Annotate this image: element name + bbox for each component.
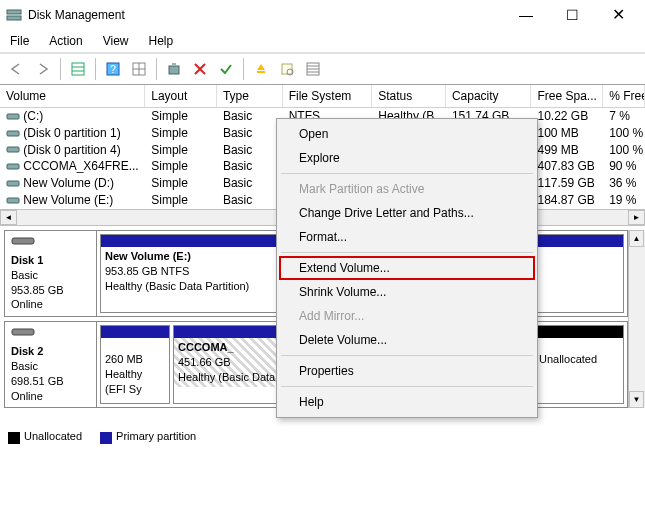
legend: Unallocated Primary partition	[0, 424, 645, 447]
svg-rect-11	[257, 71, 265, 73]
svg-rect-19	[7, 131, 19, 136]
svg-rect-25	[12, 329, 34, 335]
volume-icon	[6, 143, 20, 157]
svg-text:?: ?	[110, 64, 116, 75]
toolbar: ?	[0, 53, 645, 85]
minimize-button[interactable]: —	[503, 0, 549, 30]
legend-unallocated: Unallocated	[8, 430, 82, 443]
disk-1-label: Disk 1 Basic 953.85 GB Online	[5, 231, 97, 316]
table-view-icon[interactable]	[67, 58, 89, 80]
svg-rect-2	[72, 63, 84, 75]
partition-size: 260 MB	[105, 353, 143, 365]
menu-action[interactable]: Action	[47, 32, 84, 50]
disk-1-type: Basic	[11, 268, 90, 283]
menu-mark-active: Mark Partition as Active	[279, 177, 535, 201]
disk-2-unallocated[interactable]: Unallocated	[534, 325, 624, 404]
menu-extend-volume[interactable]: Extend Volume...	[279, 256, 535, 280]
menu-add-mirror: Add Mirror...	[279, 304, 535, 328]
partition-title: New Volume (E:)	[105, 250, 191, 262]
svg-rect-18	[7, 114, 19, 119]
legend-primary: Primary partition	[100, 430, 196, 443]
disk-icon	[11, 235, 90, 251]
col-volume[interactable]: Volume	[0, 85, 145, 107]
back-button[interactable]	[6, 58, 28, 80]
menu-file[interactable]: File	[8, 32, 31, 50]
svg-rect-24	[12, 238, 34, 244]
menu-shrink-volume[interactable]: Shrink Volume...	[279, 280, 535, 304]
partition-health: Healthy (EFI Sy	[105, 368, 142, 395]
scroll-right-icon[interactable]: ►	[628, 210, 645, 225]
volume-icon	[6, 160, 20, 174]
disk-2-type: Basic	[11, 359, 90, 374]
disk-2-label: Disk 2 Basic 698.51 GB Online	[5, 322, 97, 407]
delete-icon[interactable]	[189, 58, 211, 80]
grid-icon[interactable]	[128, 58, 150, 80]
titlebar: Disk Management — ☐ ✕	[0, 0, 645, 30]
partition-title: CCCOMA_	[178, 341, 234, 353]
volume-icon	[6, 194, 20, 208]
close-button[interactable]: ✕	[595, 0, 641, 30]
maximize-button[interactable]: ☐	[549, 0, 595, 30]
col-type[interactable]: Type	[217, 85, 283, 107]
svg-rect-22	[7, 181, 19, 186]
volume-icon	[6, 127, 20, 141]
svg-rect-10	[169, 66, 179, 74]
volume-list-header: Volume Layout Type File System Status Ca…	[0, 85, 645, 108]
disk-icon	[11, 326, 90, 342]
menu-separator	[281, 252, 533, 253]
svg-rect-21	[7, 164, 19, 169]
col-filesystem[interactable]: File System	[283, 85, 373, 107]
col-freespace[interactable]: Free Spa...	[531, 85, 603, 107]
disk-2-size: 698.51 GB	[11, 374, 90, 389]
menu-open[interactable]: Open	[279, 122, 535, 146]
svg-rect-0	[7, 10, 21, 14]
col-capacity[interactable]: Capacity	[446, 85, 532, 107]
menu-format[interactable]: Format...	[279, 225, 535, 249]
disk-2-partition-1[interactable]: 260 MB Healthy (EFI Sy	[100, 325, 170, 404]
refresh-icon[interactable]	[163, 58, 185, 80]
scroll-down-icon[interactable]: ▼	[629, 391, 644, 408]
menu-change-letter[interactable]: Change Drive Letter and Paths...	[279, 201, 535, 225]
volume-icon	[6, 177, 20, 191]
volume-icon	[6, 110, 20, 124]
col-status[interactable]: Status	[372, 85, 446, 107]
col-pctfree[interactable]: % Free	[603, 85, 645, 107]
disk-1-size: 953.85 GB	[11, 283, 90, 298]
menu-help[interactable]: Help	[147, 32, 176, 50]
partition-health: Healthy (Basic Data Partition)	[105, 280, 249, 292]
properties-icon[interactable]	[276, 58, 298, 80]
eject-icon[interactable]	[250, 58, 272, 80]
partition-title: Unallocated	[539, 353, 597, 365]
help-icon[interactable]: ?	[102, 58, 124, 80]
scroll-up-icon[interactable]: ▲	[629, 230, 644, 247]
menu-properties[interactable]: Properties	[279, 359, 535, 383]
menu-explore[interactable]: Explore	[279, 146, 535, 170]
unallocated-stripe	[535, 326, 623, 338]
disk-1-name: Disk 1	[11, 253, 90, 268]
scroll-left-icon[interactable]: ◄	[0, 210, 17, 225]
menu-separator	[281, 355, 533, 356]
partition-size: 451.66 GB	[178, 356, 231, 368]
menu-view[interactable]: View	[101, 32, 131, 50]
context-menu: Open Explore Mark Partition as Active Ch…	[276, 118, 538, 418]
partition-size: 953.85 GB NTFS	[105, 265, 189, 277]
forward-button[interactable]	[32, 58, 54, 80]
window-title: Disk Management	[28, 8, 503, 22]
menu-delete-volume[interactable]: Delete Volume...	[279, 328, 535, 352]
svg-rect-1	[7, 16, 21, 20]
check-icon[interactable]	[215, 58, 237, 80]
vertical-scrollbar[interactable]: ▲ ▼	[628, 230, 645, 408]
menubar: File Action View Help	[0, 30, 645, 53]
svg-rect-20	[7, 147, 19, 152]
menu-separator	[281, 386, 533, 387]
menu-separator	[281, 173, 533, 174]
disk-2-name: Disk 2	[11, 344, 90, 359]
menu-help[interactable]: Help	[279, 390, 535, 414]
col-layout[interactable]: Layout	[145, 85, 217, 107]
disk-2-state: Online	[11, 389, 90, 404]
primary-stripe	[101, 326, 169, 338]
disk-1-state: Online	[11, 297, 90, 312]
app-icon	[6, 7, 22, 23]
svg-rect-23	[7, 198, 19, 203]
list-icon[interactable]	[302, 58, 324, 80]
